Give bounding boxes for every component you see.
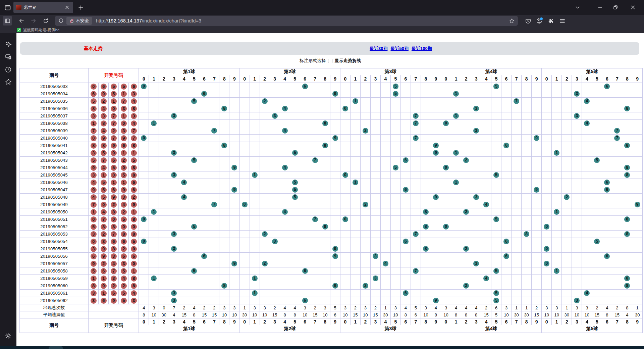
- trend-cell: [602, 149, 612, 157]
- footer-digit-header: 0: [340, 318, 350, 325]
- digit-header: 7: [209, 75, 219, 83]
- url-bar[interactable]: 不安全 http://192.168.14.137/index/index/ch…: [55, 16, 518, 26]
- url-text[interactable]: http://192.168.14.137/index/index/chart?…: [96, 18, 509, 23]
- trend-cell: [411, 90, 421, 98]
- trend-cell: [149, 216, 159, 223]
- bookmark-item[interactable]: 盗贼源码论坛-提供bc...: [17, 28, 63, 33]
- trend-cell: 7: [411, 120, 421, 127]
- account-icon[interactable]: [535, 16, 544, 26]
- trend-cell: 4: [280, 164, 290, 171]
- tab-close-icon[interactable]: [64, 5, 70, 10]
- back-button[interactable]: [17, 16, 26, 26]
- navigation-toolbar: 不安全 http://192.168.14.137/index/index/ch…: [0, 15, 644, 27]
- trend-cell: [239, 120, 250, 127]
- trend-cell: [360, 157, 370, 164]
- trend-cell: 0: [542, 245, 552, 253]
- trend-mark-circle: 7: [312, 157, 318, 163]
- draw-number-cell: 4: [99, 127, 109, 135]
- extensions-puzzle-icon[interactable]: [546, 16, 555, 26]
- trend-cell: [592, 275, 602, 282]
- trend-cell: [632, 282, 643, 290]
- draw-number-cell: 1: [89, 275, 99, 282]
- trend-cell: [149, 253, 159, 260]
- ai-sparkle-icon[interactable]: [0, 39, 16, 50]
- trend-mark-circle: 1: [453, 150, 459, 156]
- trend-cell: [461, 186, 471, 194]
- footer-digit-header: 3: [169, 318, 179, 325]
- trend-cell: [471, 216, 481, 223]
- draw-number-circle: 2: [121, 157, 127, 163]
- draw-number-cell: 0: [99, 201, 109, 208]
- forward-button[interactable]: [29, 16, 38, 26]
- sidebar-toggle-icon[interactable]: [3, 16, 12, 26]
- trend-cell: [250, 194, 260, 201]
- summary-value: 2: [270, 304, 280, 311]
- trend-cell: [602, 297, 612, 304]
- new-tab-button[interactable]: [76, 3, 85, 12]
- link-recent-100[interactable]: 最近100期: [412, 46, 432, 52]
- draw-number-cell: 6: [99, 83, 109, 90]
- url-host: 192.168.14.137: [108, 18, 142, 23]
- trend-cell: [270, 83, 280, 90]
- browser-tab[interactable]: 彩世界: [13, 2, 73, 13]
- trend-cell: [622, 127, 632, 135]
- trend-cell: [290, 267, 300, 275]
- trend-cell: [139, 253, 149, 260]
- trend-cell: [219, 275, 229, 282]
- security-chip[interactable]: 不安全: [66, 17, 92, 25]
- trend-cell: [380, 179, 390, 186]
- draw-number-cell: 8: [129, 282, 139, 290]
- trend-cell: [290, 245, 300, 253]
- trend-cell: [169, 90, 179, 98]
- settings-gear-icon[interactable]: [0, 330, 16, 341]
- trend-cell: [451, 290, 461, 297]
- trend-cell: [431, 105, 441, 112]
- link-recent-30[interactable]: 最近30期: [370, 46, 387, 52]
- trend-cell: [471, 171, 481, 179]
- trend-cell: [340, 98, 350, 105]
- trend-mark-circle: 5: [292, 187, 298, 193]
- trend-cell: 3: [471, 260, 481, 267]
- pocket-icon[interactable]: [523, 16, 533, 26]
- trend-cell: [592, 164, 602, 171]
- trend-mark-circle: 6: [503, 239, 509, 244]
- trend-cell: [431, 179, 441, 186]
- link-recent-50[interactable]: 最近50期: [390, 46, 408, 52]
- firefox-view-icon[interactable]: [3, 3, 12, 12]
- trend-mark-circle: 8: [423, 209, 429, 215]
- history-clock-icon[interactable]: [0, 64, 16, 75]
- trend-cell: 4: [380, 260, 390, 267]
- bookmarks-star-icon[interactable]: [0, 76, 16, 88]
- bookmark-star-icon[interactable]: [509, 18, 515, 23]
- trend-cell: [522, 105, 532, 112]
- reload-button[interactable]: [41, 16, 50, 26]
- trend-cell: [602, 90, 612, 98]
- synced-tabs-icon[interactable]: [0, 51, 16, 63]
- window-restore-button[interactable]: [608, 0, 623, 15]
- trend-cell: [169, 157, 179, 164]
- shield-icon[interactable]: [58, 18, 64, 23]
- window-close-button[interactable]: [625, 0, 641, 15]
- trend-cell: [340, 297, 350, 304]
- trend-cell: [250, 297, 260, 304]
- trend-cell: [250, 260, 260, 267]
- draw-number-cell: 9: [99, 253, 109, 260]
- footer-digit-header: 2: [461, 318, 471, 325]
- summary-value: 10: [572, 311, 582, 318]
- trend-cell: [149, 83, 159, 90]
- show-trend-line-checkbox[interactable]: [328, 59, 332, 63]
- footer-digit-header: 0: [139, 318, 149, 325]
- tabs-list-chevron-icon[interactable]: [572, 0, 584, 15]
- trend-cell: [250, 127, 260, 135]
- menu-hamburger-icon[interactable]: [557, 16, 567, 26]
- trend-cell: [209, 267, 219, 275]
- trend-cell: [572, 179, 582, 186]
- footer-digit-header: 7: [209, 318, 219, 325]
- trend-cell: [592, 171, 602, 179]
- summary-blank: [89, 304, 139, 311]
- trend-cell: [250, 231, 260, 238]
- draw-number-circle: 1: [101, 276, 107, 282]
- trend-cell: 1: [451, 90, 461, 98]
- draw-number-circle: 3: [131, 113, 137, 119]
- window-minimize-button[interactable]: [592, 0, 608, 15]
